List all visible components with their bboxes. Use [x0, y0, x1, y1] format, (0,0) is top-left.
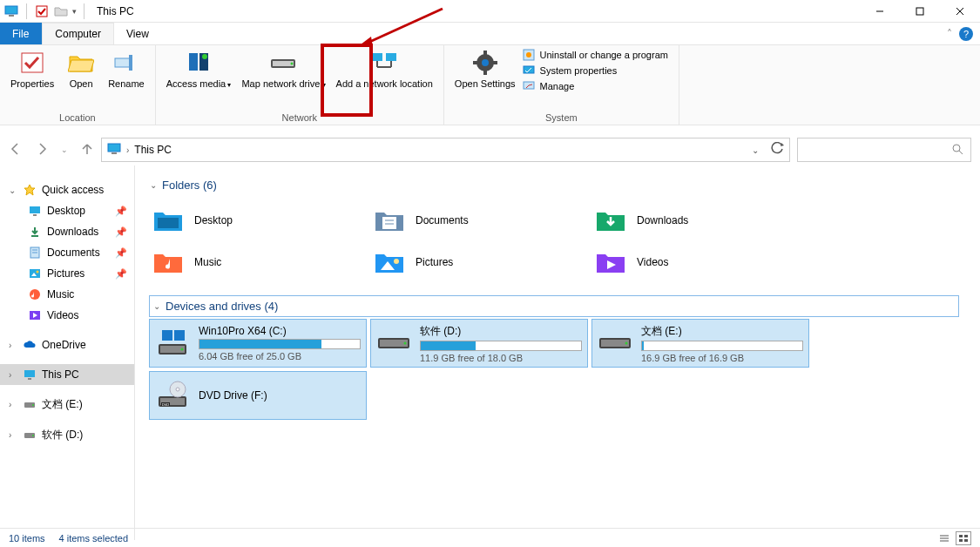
sidebar-quick-access[interactable]: ⌄ Quick access — [0, 179, 134, 200]
section-folders[interactable]: ⌄ Folders (6) — [149, 174, 959, 196]
sidebar-drive-d[interactable]: › 软件 (D:) — [0, 424, 134, 446]
open-settings-button[interactable]: Open Settings — [449, 47, 521, 90]
breadcrumb-separator[interactable]: › — [126, 145, 129, 155]
manage-button[interactable]: Manage — [523, 80, 668, 92]
svg-rect-87 — [964, 539, 968, 542]
manage-icon — [523, 80, 535, 92]
folder-downloads[interactable]: Downloads — [591, 199, 809, 241]
recent-locations-button[interactable]: ⌄ — [61, 145, 68, 154]
qat-overflow-icon[interactable]: ▾ — [72, 7, 77, 16]
chevron-down-icon[interactable]: ⌄ — [9, 186, 17, 195]
folder-desktop[interactable]: Desktop — [149, 199, 367, 241]
documents-icon — [28, 246, 42, 260]
section-devices[interactable]: ⌄ Devices and drives (4) — [149, 295, 959, 317]
drive-d[interactable]: 软件 (D:) 11.9 GB free of 18.0 GB — [370, 319, 588, 368]
media-server-icon — [185, 49, 213, 77]
back-button[interactable] — [9, 142, 23, 159]
svg-rect-23 — [483, 51, 487, 56]
close-button[interactable] — [940, 0, 980, 23]
svg-text:DVD: DVD — [162, 402, 170, 407]
chevron-down-icon: ⌄ — [150, 180, 157, 190]
folder-music[interactable]: Music — [149, 241, 367, 283]
sidebar-drive-e[interactable]: › 文档 (E:) — [0, 394, 134, 415]
uninstall-program-button[interactable]: Uninstall or change a program — [523, 49, 668, 61]
svg-point-80 — [176, 388, 179, 391]
sidebar-item-downloads[interactable]: Downloads📌 — [0, 221, 134, 242]
gear-icon — [471, 49, 499, 77]
music-folder-icon — [152, 246, 184, 278]
this-pc-icon — [107, 143, 121, 158]
folder-documents[interactable]: Documents — [370, 199, 588, 241]
drive-c[interactable]: Win10Pro X64 (C:) 6.04 GB free of 25.0 G… — [149, 319, 367, 368]
svg-point-74 — [625, 342, 628, 345]
drive-e[interactable]: 文档 (E:) 16.9 GB free of 16.9 GB — [591, 319, 809, 368]
rename-icon — [112, 49, 140, 77]
svg-rect-86 — [959, 539, 963, 542]
svg-rect-17 — [386, 53, 396, 61]
help-icon[interactable]: ? — [959, 27, 973, 41]
hdd-icon — [598, 328, 632, 359]
qat-properties-icon[interactable] — [34, 3, 50, 19]
up-button[interactable] — [80, 142, 94, 159]
chevron-right-icon[interactable]: › — [9, 430, 17, 440]
tab-view[interactable]: View — [114, 23, 162, 44]
chevron-right-icon[interactable]: › — [9, 400, 17, 409]
drive-f-dvd[interactable]: DVD DVD Drive (F:) — [149, 371, 367, 420]
forward-button[interactable] — [35, 142, 49, 159]
sidebar-item-documents[interactable]: Documents📌 — [0, 242, 134, 263]
refresh-button[interactable] — [771, 142, 784, 158]
minimize-button[interactable] — [860, 0, 900, 23]
folder-videos[interactable]: Videos — [591, 241, 809, 283]
svg-rect-85 — [964, 535, 968, 537]
search-input[interactable] — [797, 138, 971, 162]
open-button[interactable]: Open — [59, 47, 103, 90]
access-media-button[interactable]: Access media ▾ — [161, 47, 237, 91]
sidebar-item-desktop[interactable]: Desktop📌 — [0, 200, 134, 221]
sidebar-onedrive[interactable]: › OneDrive — [0, 334, 134, 355]
hdd-icon — [376, 328, 411, 359]
svg-point-48 — [30, 289, 40, 300]
this-pc-icon — [3, 3, 19, 19]
network-location-icon — [370, 49, 398, 77]
music-icon — [28, 287, 42, 301]
qat-folder-icon[interactable] — [53, 3, 69, 19]
address-bar[interactable]: › This PC ⌄ — [101, 138, 790, 162]
properties-button[interactable]: Properties — [5, 47, 59, 90]
videos-folder-icon — [595, 246, 626, 278]
collapse-ribbon-icon[interactable]: ˄ — [947, 28, 952, 40]
svg-point-28 — [526, 52, 531, 57]
add-network-location-button[interactable]: Add a network location — [331, 47, 438, 90]
sidebar-item-pictures[interactable]: Pictures📌 — [0, 263, 134, 284]
tab-file[interactable]: File — [0, 23, 42, 44]
tab-computer[interactable]: Computer — [42, 23, 114, 44]
view-details-button[interactable] — [936, 531, 952, 545]
open-folder-icon — [67, 49, 95, 77]
rename-button[interactable]: Rename — [103, 47, 150, 90]
chevron-right-icon[interactable]: › — [9, 370, 17, 380]
svg-rect-8 — [115, 58, 131, 67]
chevron-right-icon[interactable]: › — [9, 341, 17, 350]
maximize-button[interactable] — [900, 0, 940, 23]
address-dropdown-icon[interactable]: ⌄ — [752, 145, 759, 155]
breadcrumb-this-pc[interactable]: This PC — [134, 144, 172, 156]
titlebar: ▾ This PC — [0, 0, 980, 23]
system-properties-button[interactable]: System properties — [523, 64, 668, 77]
this-pc-icon — [23, 368, 37, 382]
desktop-icon — [28, 204, 42, 218]
map-network-drive-button[interactable]: Map network drive ▾ — [236, 47, 330, 91]
svg-rect-29 — [524, 66, 534, 73]
sidebar-this-pc[interactable]: › This PC — [0, 364, 134, 385]
svg-rect-57 — [158, 218, 179, 228]
statusbar: 10 items 4 items selected — [0, 528, 980, 547]
sidebar-item-music[interactable]: Music — [0, 284, 134, 305]
folder-pictures[interactable]: Pictures — [370, 241, 588, 283]
sidebar-item-videos[interactable]: Videos — [0, 305, 134, 326]
pin-icon: 📌 — [115, 247, 127, 259]
ribbon-group-system: Open Settings Uninstall or change a prog… — [444, 45, 679, 125]
drive-usage-bar — [199, 339, 361, 349]
svg-rect-58 — [382, 217, 396, 229]
view-large-icons-button[interactable] — [956, 531, 971, 545]
svg-rect-40 — [33, 214, 37, 216]
pictures-icon — [28, 267, 42, 280]
pin-icon: 📌 — [115, 226, 127, 238]
